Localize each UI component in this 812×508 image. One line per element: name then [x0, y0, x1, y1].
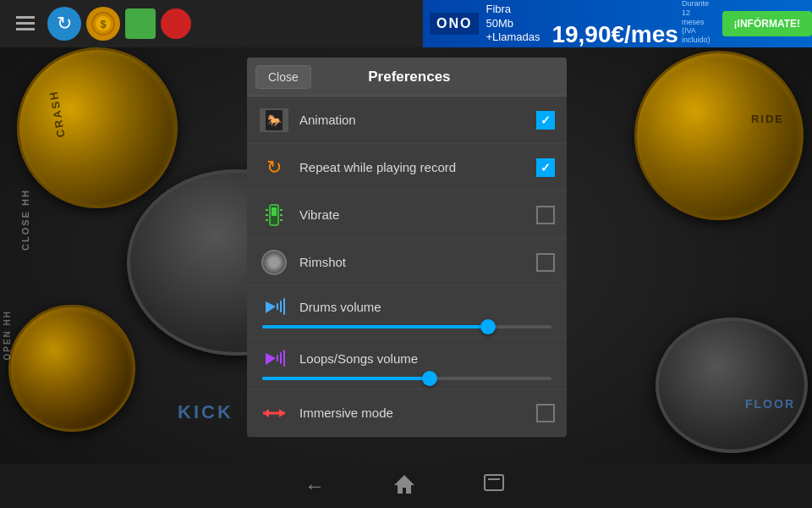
- ad-text: Fibra 50Mb +Llamadas: [486, 3, 540, 46]
- svg-rect-20: [280, 352, 282, 364]
- drums-volume-label: Drums volume: [299, 300, 381, 314]
- animation-label: Animation: [299, 113, 536, 127]
- drums-volume-track[interactable]: [262, 325, 551, 329]
- animation-row[interactable]: 🐎 Animation: [247, 97, 567, 144]
- svg-rect-21: [283, 350, 285, 367]
- svg-rect-17: [283, 298, 285, 315]
- vibrate-checkbox[interactable]: [536, 206, 555, 224]
- repeat-icon: ↻: [259, 152, 289, 183]
- loops-volume-label: Loops/Songs volume: [299, 351, 418, 366]
- svg-rect-19: [277, 355, 278, 362]
- immersive-icon: [259, 398, 289, 428]
- bottom-navigation: ←: [0, 464, 812, 508]
- immersive-label: Immersive mode: [299, 406, 536, 420]
- repeat-checkbox[interactable]: [536, 158, 555, 177]
- loops-volume-icon: [259, 343, 289, 373]
- preferences-dialog: Close Preferences 🐎 Animation ↻ Repeat w…: [247, 58, 567, 437]
- loops-volume-track[interactable]: [262, 377, 551, 380]
- home-button[interactable]: [392, 472, 416, 500]
- open-hh-cymbal[interactable]: [8, 305, 135, 432]
- svg-marker-25: [394, 475, 414, 494]
- ad-price: 19,90€/mes: [551, 21, 678, 47]
- close-hh-label: CLOSE HH: [20, 189, 30, 251]
- vibrate-label: Vibrate: [299, 207, 536, 222]
- immersive-row[interactable]: Immersive mode: [247, 389, 567, 437]
- svg-marker-24: [279, 409, 285, 417]
- drums-volume-fill: [262, 325, 488, 329]
- floor-label: FLOOR: [745, 397, 795, 411]
- rimshot-icon: [259, 247, 289, 278]
- repeat-row[interactable]: ↻ Repeat while playing record: [247, 144, 567, 191]
- loops-volume-thumb[interactable]: [422, 371, 437, 386]
- svg-text:$: $: [101, 19, 107, 30]
- immersive-checkbox[interactable]: [536, 404, 555, 422]
- vibrate-icon: [259, 200, 289, 230]
- loops-volume-fill: [262, 377, 430, 380]
- refresh-icon[interactable]: ↻: [47, 7, 81, 41]
- back-button[interactable]: ←: [304, 474, 325, 498]
- ad-subtext: Durante 12 meses (IVA incluido): [682, 0, 714, 45]
- svg-rect-2: [16, 28, 35, 30]
- drums-volume-icon: [259, 291, 289, 322]
- green-button[interactable]: [125, 8, 156, 39]
- svg-rect-0: [16, 16, 35, 19]
- preferences-header: Close Preferences: [247, 58, 567, 97]
- ride-cymbal[interactable]: RIDE: [634, 51, 804, 220]
- svg-rect-1: [16, 22, 35, 25]
- close-button[interactable]: Close: [255, 65, 311, 89]
- rimshot-label: Rimshot: [299, 255, 536, 269]
- menu-icon[interactable]: [8, 7, 42, 41]
- drums-volume-row: Drums volume: [247, 286, 567, 338]
- svg-rect-16: [280, 301, 282, 312]
- ad-cta-button[interactable]: ¡INFÓRMATE!: [722, 11, 812, 36]
- record-button[interactable]: [161, 8, 191, 39]
- preferences-title: Preferences: [311, 69, 508, 86]
- crash-label: CRASH: [47, 89, 68, 138]
- animation-checkbox[interactable]: [536, 111, 555, 130]
- svg-rect-7: [272, 207, 277, 216]
- rimshot-row[interactable]: Rimshot: [247, 239, 567, 286]
- animation-icon: 🐎: [259, 105, 289, 135]
- svg-rect-15: [277, 303, 278, 310]
- kick-left-label: KICK: [178, 401, 233, 423]
- coin-icon[interactable]: $: [86, 7, 120, 41]
- drums-volume-thumb[interactable]: [480, 319, 496, 334]
- vibrate-row[interactable]: Vibrate: [247, 191, 567, 239]
- repeat-label: Repeat while playing record: [299, 160, 536, 174]
- floor-drum[interactable]: [656, 318, 808, 453]
- svg-rect-27: [488, 478, 500, 480]
- loops-volume-row: Loops/Songs volume: [247, 338, 567, 389]
- svg-marker-23: [263, 409, 269, 417]
- recent-button[interactable]: [484, 474, 508, 498]
- rimshot-checkbox[interactable]: [536, 253, 555, 272]
- svg-marker-18: [266, 353, 276, 365]
- ad-brand: ONO: [430, 13, 479, 35]
- svg-marker-14: [266, 301, 276, 313]
- open-hh-label: OPEN HH: [3, 310, 12, 361]
- ride-label: RIDE: [751, 113, 784, 125]
- svg-rect-26: [485, 475, 503, 490]
- ad-banner: ONO Fibra 50Mb +Llamadas 19,90€/mes Dura…: [423, 0, 812, 47]
